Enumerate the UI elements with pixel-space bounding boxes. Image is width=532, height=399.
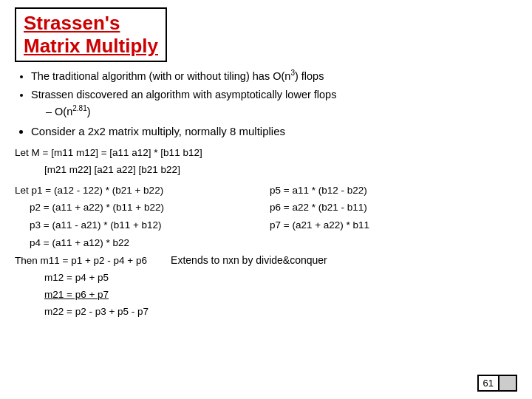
title-text: Strassen's Matrix Multiply	[24, 12, 158, 58]
p-right-col: p5 = a11 * (b12 - b22) p6 = a22 * (b21 -…	[270, 182, 517, 252]
p-left-col: Let p1 = (a12 - 122) * (b21 + b22) p2 = …	[15, 182, 262, 252]
p4-line: p4 = (a11 + a12) * b22	[15, 234, 262, 252]
p-definitions: Let p1 = (a12 - 122) * (b21 + b22) p2 = …	[15, 182, 517, 252]
p1-text: Let p1 = (a12 - 122) * (b21 + b22)	[15, 185, 163, 196]
page-box-decoration	[499, 376, 516, 390]
m21-text: m21 = p6 + p7	[44, 289, 109, 300]
bullet-1-text: The traditional algorithm (with or witho…	[31, 70, 324, 82]
m11-text: Then m11 = p1 + p2 - p4 + p6	[15, 255, 147, 266]
p4-text: p4 = (a11 + a12) * b22	[30, 237, 129, 248]
then-block: Then m11 = p1 + p2 - p4 + p6 m12 = p4 + …	[15, 253, 149, 321]
title-box: Strassen's Matrix Multiply	[15, 7, 167, 62]
m12-line: m12 = p4 + p5	[15, 270, 149, 287]
consider-item: Consider a 2x2 matrix multiply, normally…	[31, 123, 517, 139]
then-section: Then m11 = p1 + p2 - p4 + p6 m12 = p4 + …	[15, 253, 517, 321]
bullet-2: Strassen discovered an algorithm with as…	[31, 87, 517, 119]
page-number: 61	[479, 376, 499, 390]
p7-line: p7 = (a21 + a22) * b11	[270, 216, 517, 234]
let-m-indent-text: [m21 m22] [a21 a22] [b21 b22]	[44, 164, 180, 175]
title-line1: Strassen's	[24, 12, 120, 34]
consider-bullet: Consider a 2x2 matrix multiply, normally…	[15, 123, 517, 139]
extends-block: Extends to nxn by divide&conquer	[171, 253, 327, 266]
p3-line: p3 = (a11 - a21) * (b11 + b12)	[15, 216, 262, 234]
p2-text: p2 = (a11 + a22) * (b11 + b22)	[30, 202, 164, 213]
let-m-line: Let M = [m11 m12] = [a11 a12] * [b11 b12…	[15, 145, 517, 162]
bullet-list: The traditional algorithm (with or witho…	[15, 68, 517, 119]
p3-text: p3 = (a11 - a21) * (b11 + b12)	[30, 219, 162, 231]
matrix-section: Let M = [m11 m12] = [a11 a12] * [b11 b12…	[15, 145, 517, 179]
page-container: Strassen's Matrix Multiply The tradition…	[0, 0, 532, 399]
let-m-text: Let M = [m11 m12] = [a11 a12] * [b11 b12…	[15, 147, 202, 158]
m22-line: m22 = p2 - p3 + p5 - p7	[15, 304, 149, 321]
p1-line: Let p1 = (a12 - 122) * (b21 + b22)	[15, 182, 262, 200]
m12-text: m12 = p4 + p5	[44, 272, 109, 283]
m21-line: m21 = p6 + p7	[15, 287, 149, 304]
m11-line: Then m11 = p1 + p2 - p4 + p6	[15, 253, 149, 270]
p6-text: p6 = a22 * (b21 - b11)	[270, 202, 367, 213]
bullet-1: The traditional algorithm (with or witho…	[31, 68, 517, 83]
p5-text: p5 = a11 * (b12 - b22)	[270, 185, 367, 196]
p2-line: p2 = (a11 + a22) * (b11 + b22)	[15, 199, 262, 216]
bullet-2-text: Strassen discovered an algorithm with as…	[31, 89, 336, 100]
page-number-box: 61	[477, 375, 517, 392]
title-line2: Matrix Multiply	[24, 35, 158, 57]
m22-text: m22 = p2 - p3 + p5 - p7	[44, 306, 149, 317]
extends-text: Extends to nxn by divide&conquer	[171, 254, 327, 266]
p7-text: p7 = (a21 + a22) * b11	[270, 219, 369, 231]
sub-item-1: O(n2.81)	[46, 103, 517, 119]
let-m-indent-line: [m21 m22] [a21 a22] [b21 b22]	[15, 162, 517, 179]
p5-line: p5 = a11 * (b12 - b22)	[270, 182, 517, 200]
sub-list: O(n2.81)	[31, 103, 517, 119]
consider-text: Consider a 2x2 matrix multiply, normally…	[31, 125, 285, 137]
p6-line: p6 = a22 * (b21 - b11)	[270, 199, 517, 216]
